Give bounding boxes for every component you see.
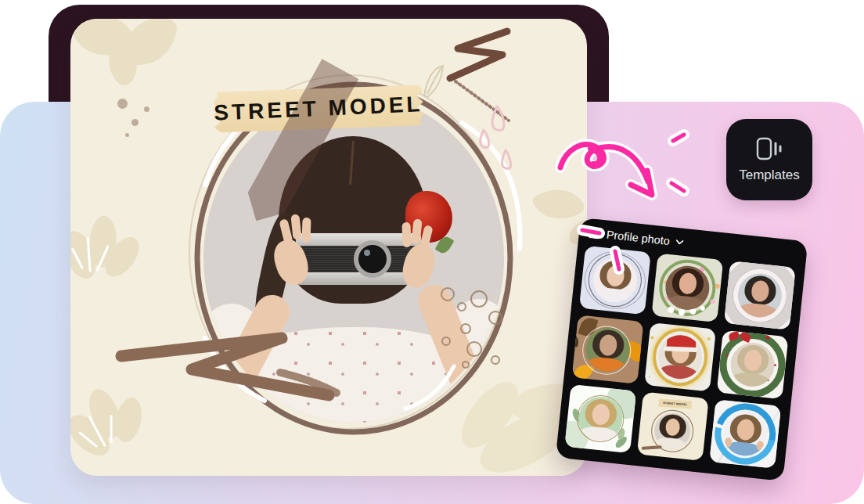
template-tile-eucalyptus-wreath[interactable] (564, 384, 636, 453)
template-tile-hand-drawn-wreath[interactable] (579, 246, 651, 315)
chevron-down-icon (676, 239, 685, 245)
portrait-photo (203, 94, 504, 423)
fingers (401, 221, 432, 247)
templates-button[interactable]: Templates (726, 119, 812, 200)
template-tile-golden-frame-santa[interactable] (644, 322, 716, 391)
splatter-dot (144, 106, 149, 112)
template-tile-autumn-leaves[interactable] (572, 315, 644, 383)
splatter-dot (117, 99, 128, 109)
profile-photo-label: Profile photo (606, 229, 671, 247)
template-grid: STREET MODEL (556, 243, 805, 479)
template-tile-floral-wreath[interactable] (651, 254, 723, 322)
template-tile-christmas-wreath[interactable] (717, 330, 789, 399)
templates-panel: Profile photo (556, 218, 808, 481)
leaf-decoration (70, 378, 158, 476)
template-tile-blue-arrows-thumbs-up[interactable] (709, 399, 781, 468)
templates-button-label: Templates (739, 167, 799, 183)
template-tile-spiral-guilloche[interactable] (724, 261, 796, 329)
leaf-decoration (70, 211, 146, 302)
camera-lens (354, 240, 391, 278)
fingers (282, 216, 316, 243)
template-preview-card: STREET MODEL (70, 19, 587, 476)
templates-icon (755, 136, 783, 161)
tile-decoration (729, 330, 751, 344)
promo-canvas: STREET MODEL Templates Profile photo (0, 0, 864, 504)
profile-photo-icon (588, 228, 600, 239)
splatter-dot (125, 133, 129, 137)
splatter-dot (131, 119, 139, 126)
template-tile-street-model-mini[interactable]: STREET MODEL (637, 392, 709, 461)
